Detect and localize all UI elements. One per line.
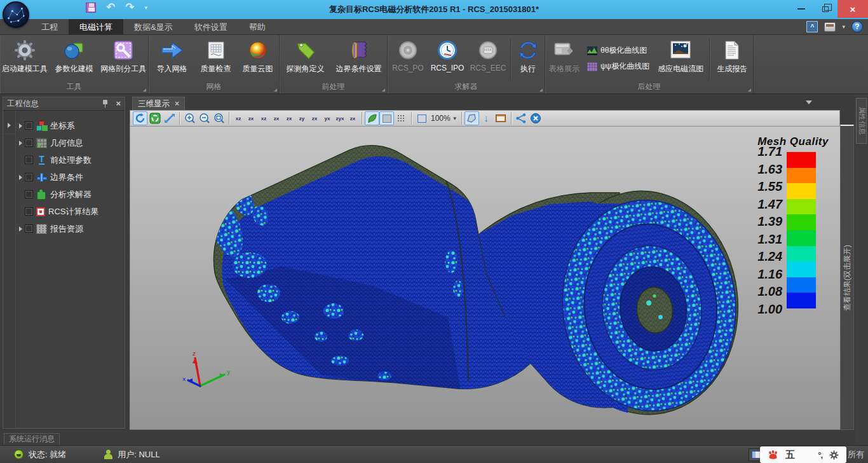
minimize-button[interactable]: [789, 0, 813, 18]
group-expander-icon[interactable]: [274, 88, 277, 92]
probe-angle-button[interactable]: 探测角定义: [280, 38, 331, 74]
quality-cloud-button[interactable]: 质量云图: [238, 38, 278, 74]
view-orientation-button[interactable]: zx: [346, 111, 359, 125]
rcs-eec-button[interactable]: RCS_EEC: [467, 38, 509, 73]
view-orientation-button[interactable]: zx: [245, 111, 257, 125]
pin-icon[interactable]: [102, 100, 108, 107]
window-style-icon[interactable]: [824, 22, 836, 32]
tab-software-settings[interactable]: 软件设置: [184, 19, 238, 35]
checkbox[interactable]: [25, 225, 33, 233]
rcs-ipo-button[interactable]: RCS_IPO: [428, 38, 467, 73]
system-messages-tab[interactable]: 系统运行消息: [4, 433, 60, 445]
tab-em-compute[interactable]: 电磁计算: [69, 19, 123, 35]
checkbox[interactable]: [25, 190, 33, 198]
table-display-button[interactable]: 表格展示: [545, 38, 583, 74]
tree-item-geometry-info[interactable]: 几何信息: [16, 134, 125, 151]
checkbox[interactable]: [25, 156, 33, 164]
view-orientation-button[interactable]: yx: [321, 111, 334, 125]
group-expander-icon[interactable]: [382, 88, 385, 92]
quality-check-button[interactable]: 质量检查: [194, 38, 238, 74]
checkbox[interactable]: [25, 173, 33, 181]
tab-data-display[interactable]: 数据&显示: [123, 19, 184, 35]
checkbox[interactable]: [25, 139, 33, 147]
ime-toolbar[interactable]: 五 °,: [760, 446, 846, 463]
ime-settings-gear-icon[interactable]: [829, 450, 839, 460]
expand-icon[interactable]: [19, 123, 22, 128]
restore-button[interactable]: [813, 0, 837, 18]
properties-collapsed-tab[interactable]: 属性信息: [856, 98, 867, 144]
run-arrows-icon: [517, 39, 539, 62]
generate-report-button[interactable]: 生成报告: [711, 38, 753, 74]
checkbox[interactable]: [25, 121, 33, 130]
tree-item-report-resources[interactable]: 报告资源: [16, 220, 125, 237]
ime-fullhalf-moon-icon[interactable]: [802, 450, 811, 459]
view-orientation-button[interactable]: xz: [232, 111, 245, 125]
ime-mode-button[interactable]: 五: [785, 449, 795, 461]
shaded-mode-button[interactable]: [365, 111, 379, 125]
zoom-preset-button[interactable]: [414, 111, 429, 125]
polygon-select-button[interactable]: [465, 111, 479, 125]
legend-value: 1.47: [757, 198, 782, 211]
induced-current-map-button[interactable]: 感应电磁流图: [653, 38, 708, 74]
group-expander-icon[interactable]: [748, 88, 751, 92]
root-expander-icon[interactable]: [3, 117, 15, 134]
tab-3d-display[interactable]: 三维显示 ×: [132, 97, 185, 110]
psi-polar-curve-button[interactable]: ψψ极化曲线图: [587, 61, 649, 72]
view-orientation-button[interactable]: zx: [270, 111, 283, 125]
checkbox[interactable]: [25, 207, 33, 216]
view-orientation-button[interactable]: zx: [308, 111, 321, 125]
clock-icon: [437, 39, 458, 62]
ime-punctuation-button[interactable]: °,: [818, 450, 822, 460]
help-icon[interactable]: ?: [851, 21, 863, 32]
capture-button[interactable]: [494, 111, 508, 125]
close-view-button[interactable]: [529, 111, 543, 125]
share-flow-button[interactable]: [514, 111, 529, 125]
pan-view-button[interactable]: [162, 111, 177, 125]
zoom-in-button[interactable]: [182, 111, 197, 125]
view-orientation-button[interactable]: zx: [283, 111, 295, 125]
rotate-view-button[interactable]: [133, 111, 147, 125]
zoom-out-button[interactable]: [197, 111, 212, 125]
results-collapsed-panel[interactable]: 查看结果(双击展开): [840, 125, 854, 430]
boundary-settings-button[interactable]: 边界条件设置: [331, 38, 387, 74]
app-logo[interactable]: [3, 1, 29, 28]
tree-item-coordinate-system[interactable]: 坐标系: [16, 117, 125, 134]
tabbar-overflow-icon[interactable]: [806, 100, 812, 104]
ime-logo-paw-icon[interactable]: [768, 450, 778, 460]
tab-help[interactable]: 帮助: [238, 19, 276, 35]
zoom-fit-button[interactable]: [212, 111, 226, 125]
view-orientation-button[interactable]: xz: [257, 111, 270, 125]
zoom-level-value[interactable]: 100%: [431, 114, 451, 123]
tab-project[interactable]: 工程: [31, 19, 69, 35]
view-orientation-button[interactable]: zyx: [334, 111, 346, 125]
tree-item-rcs-results[interactable]: RCS计算结果: [16, 203, 125, 220]
launch-modeling-tool-button[interactable]: 启动建模工具: [0, 38, 50, 74]
tab-close-icon[interactable]: ×: [175, 99, 179, 108]
close-button[interactable]: ×: [837, 0, 868, 18]
zoom-dropdown-icon[interactable]: ▼: [452, 116, 458, 121]
expand-icon[interactable]: [19, 141, 22, 146]
points-mode-button[interactable]: [394, 111, 409, 125]
viewport-3d[interactable]: z y x Mesh Quality 1.711.631.551.471.391…: [130, 127, 840, 430]
tree-item-preprocess-params[interactable]: 前处理参数: [16, 151, 125, 169]
view-orientation-button[interactable]: zy: [295, 111, 308, 125]
expand-icon[interactable]: [19, 226, 22, 232]
mesh-partition-tool-button[interactable]: 网格剖分工具: [98, 38, 148, 74]
expand-icon[interactable]: [19, 175, 22, 180]
style-dropdown-icon[interactable]: ▾: [842, 24, 845, 30]
collapse-ribbon-icon[interactable]: ^: [806, 21, 818, 32]
panel-close-icon[interactable]: ×: [116, 100, 121, 107]
tree-item-analysis-solver[interactable]: 分析求解器: [16, 186, 125, 203]
photo-icon: [669, 39, 692, 62]
group-expander-icon[interactable]: [143, 88, 146, 92]
rcs-po-button[interactable]: RCS_PO: [388, 38, 428, 73]
parametric-modeling-button[interactable]: 参数化建模: [50, 38, 99, 74]
tree-item-boundary-conditions[interactable]: 边界条件: [16, 169, 125, 186]
flat-mode-button[interactable]: [379, 111, 394, 125]
execute-button[interactable]: 执行: [512, 38, 544, 74]
spin-view-button[interactable]: [147, 111, 162, 125]
drop-down-view-button[interactable]: ↓: [479, 111, 494, 125]
group-expander-icon[interactable]: [539, 88, 543, 92]
import-mesh-button[interactable]: 导入网格: [150, 38, 194, 74]
theta-polar-curve-button[interactable]: θθ极化曲线图: [587, 45, 649, 56]
